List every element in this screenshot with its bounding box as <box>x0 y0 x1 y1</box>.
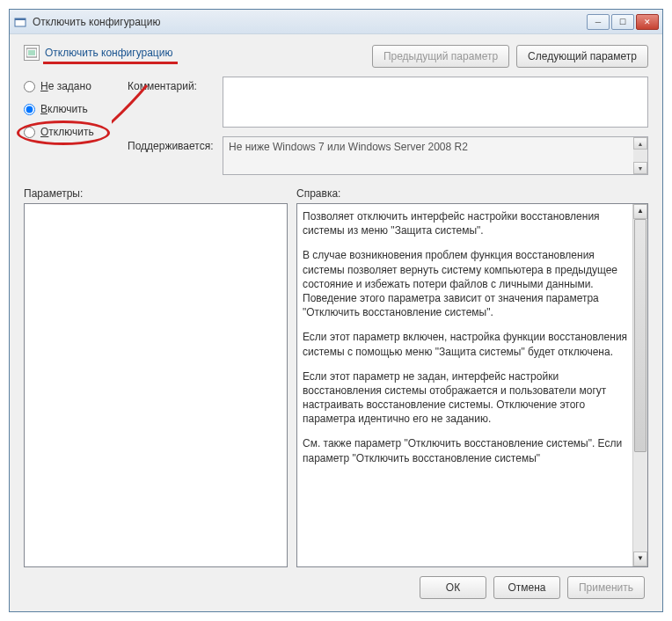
state-radio-group: Не задано Включить Отключить <box>24 77 121 175</box>
window-icon <box>13 15 27 29</box>
policy-dialog-window: Отключить конфигурацию ─ ☐ ✕ Отключить к… <box>9 9 663 612</box>
policy-name-text: Отключить конфигурацию <box>45 47 172 59</box>
close-button[interactable]: ✕ <box>636 14 659 30</box>
supported-on-box: Не ниже Windows 7 или Windows Server 200… <box>223 136 648 175</box>
scroll-down-button[interactable]: ▼ <box>633 552 647 566</box>
maximize-button[interactable]: ☐ <box>611 14 634 30</box>
radio-enabled[interactable]: Включить <box>24 103 121 115</box>
ok-button[interactable]: ОК <box>420 576 486 599</box>
next-setting-button[interactable]: Следующий параметр <box>516 45 648 68</box>
help-scrollbar[interactable]: ▲ ▼ <box>632 204 647 566</box>
policy-name-header: Отключить конфигурацию <box>24 45 172 61</box>
help-paragraph: В случае возникновения проблем функция в… <box>303 248 628 319</box>
radio-disabled[interactable]: Отключить <box>24 126 121 138</box>
titlebar[interactable]: Отключить конфигурацию ─ ☐ ✕ <box>10 10 662 34</box>
comment-label: Комментарий: <box>128 77 215 92</box>
content-area: Отключить конфигурацию Предыдущий параме… <box>10 34 662 611</box>
help-paragraph: Если этот параметр не задан, интерфейс н… <box>303 369 628 427</box>
scroll-up-button[interactable]: ▲ <box>633 204 647 219</box>
annotation-underline <box>43 62 178 64</box>
parameters-panel <box>24 203 288 567</box>
supported-scrollbar[interactable]: ▲▼ <box>633 137 647 174</box>
help-paragraph: Позволяет отключить интерфейс настройки … <box>303 209 628 237</box>
apply-button[interactable]: Применить <box>567 576 645 599</box>
help-label: Справка: <box>296 187 648 200</box>
window-title: Отключить конфигурацию <box>33 16 587 28</box>
minimize-button[interactable]: ─ <box>587 14 610 30</box>
help-panel: Позволяет отключить интерфейс настройки … <box>296 203 648 567</box>
help-paragraph: См. также параметр "Отключить восстановл… <box>303 436 628 464</box>
comment-textarea[interactable] <box>223 77 648 128</box>
radio-not-configured[interactable]: Не задано <box>24 80 121 92</box>
cancel-button[interactable]: Отмена <box>493 576 560 599</box>
svg-rect-1 <box>15 18 26 20</box>
radio-disabled-input[interactable] <box>24 127 35 138</box>
radio-not-configured-input[interactable] <box>24 81 35 92</box>
scroll-thumb[interactable] <box>634 219 646 452</box>
supported-label: Поддерживается: <box>128 136 215 152</box>
parameters-label: Параметры: <box>24 187 288 200</box>
radio-enabled-input[interactable] <box>24 104 35 115</box>
supported-on-text: Не ниже Windows 7 или Windows Server 200… <box>223 137 647 157</box>
scroll-track[interactable] <box>633 219 647 552</box>
previous-setting-button[interactable]: Предыдущий параметр <box>372 45 509 68</box>
help-paragraph: Если этот параметр включен, настройка фу… <box>303 330 628 358</box>
policy-icon <box>24 45 40 61</box>
